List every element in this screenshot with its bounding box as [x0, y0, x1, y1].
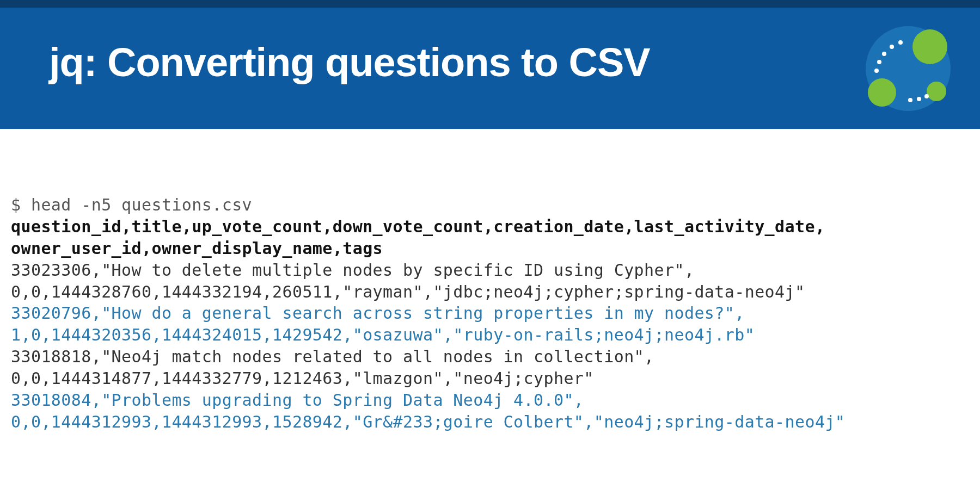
terminal-output: $ head -n5 questions.csv question_id,tit… — [0, 129, 980, 433]
csv-header-line: question_id,title,up_vote_count,down_vot… — [11, 216, 969, 238]
svg-point-1 — [912, 29, 947, 64]
csv-header-line: owner_user_id,owner_display_name,tags — [11, 238, 969, 259]
svg-point-4 — [874, 69, 879, 73]
svg-point-7 — [890, 45, 894, 49]
svg-point-6 — [882, 52, 886, 56]
terminal-command: $ head -n5 questions.csv — [11, 194, 969, 216]
csv-row: 33018084,"Problems upgrading to Spring D… — [11, 389, 969, 411]
svg-point-3 — [927, 82, 946, 101]
csv-row: 0,0,1444314877,1444332779,1212463,"lmazg… — [11, 368, 969, 389]
csv-row: 33018818,"Neo4j match nodes related to a… — [11, 346, 969, 368]
svg-point-11 — [924, 94, 929, 98]
slide-title: jq: Converting questions to CSV — [49, 39, 650, 85]
svg-point-2 — [868, 78, 896, 107]
csv-row: 0,0,1444328760,1444332194,260511,"rayman… — [11, 281, 969, 303]
svg-point-10 — [917, 97, 921, 101]
neo4j-logo-icon — [849, 16, 958, 125]
svg-point-8 — [898, 40, 903, 45]
csv-row: 1,0,1444320356,1444324015,1429542,"osazu… — [11, 324, 969, 346]
csv-row: 33023306,"How to delete multiple nodes b… — [11, 259, 969, 281]
top-bar — [0, 0, 980, 8]
title-banner: jq: Converting questions to CSV — [0, 0, 980, 129]
csv-row: 0,0,1444312993,1444312993,1528942,"Gr&#2… — [11, 411, 969, 433]
svg-point-9 — [908, 98, 912, 102]
csv-row: 33020796,"How do a general search across… — [11, 302, 969, 324]
svg-point-5 — [877, 60, 881, 64]
